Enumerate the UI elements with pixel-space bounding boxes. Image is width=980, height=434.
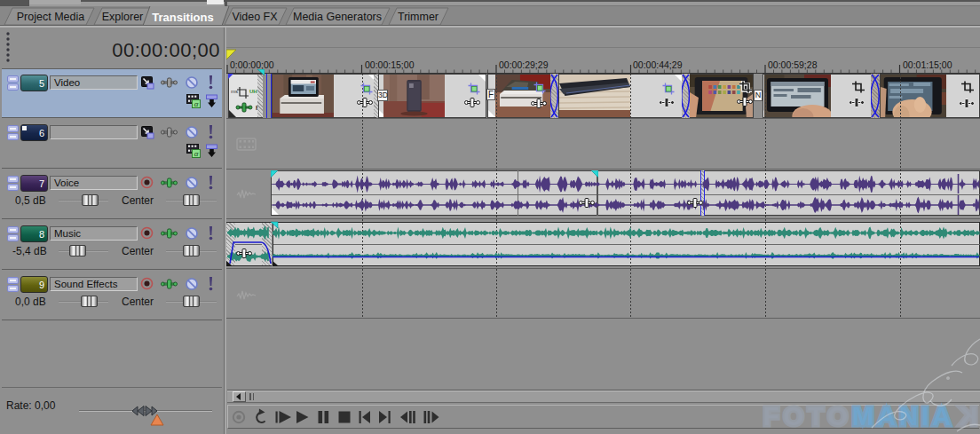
- svg-text:00:00:29;29: 00:00:29;29: [499, 59, 549, 70]
- svg-text:Video FX: Video FX: [232, 11, 278, 23]
- svg-text:UH: UH: [249, 89, 257, 94]
- svg-text:Explorer: Explorer: [102, 11, 144, 23]
- svg-text:00:00:44;29: 00:00:44;29: [633, 59, 683, 70]
- svg-text:α: α: [194, 100, 199, 108]
- svg-text:Transitions: Transitions: [152, 11, 213, 24]
- svg-text:00:01:15;00: 00:01:15;00: [903, 59, 952, 70]
- svg-text:0:00:00;00: 0:00:00;00: [230, 59, 274, 70]
- svg-text:Project Media: Project Media: [17, 11, 84, 23]
- svg-text:α: α: [194, 150, 199, 158]
- svg-text:ms: ms: [231, 89, 238, 94]
- svg-text:Trimmer: Trimmer: [398, 11, 439, 23]
- svg-text:00:00:59;28: 00:00:59;28: [768, 59, 818, 70]
- svg-text:00:00:15;00: 00:00:15;00: [365, 59, 415, 70]
- svg-text:Media Generators: Media Generators: [293, 11, 382, 23]
